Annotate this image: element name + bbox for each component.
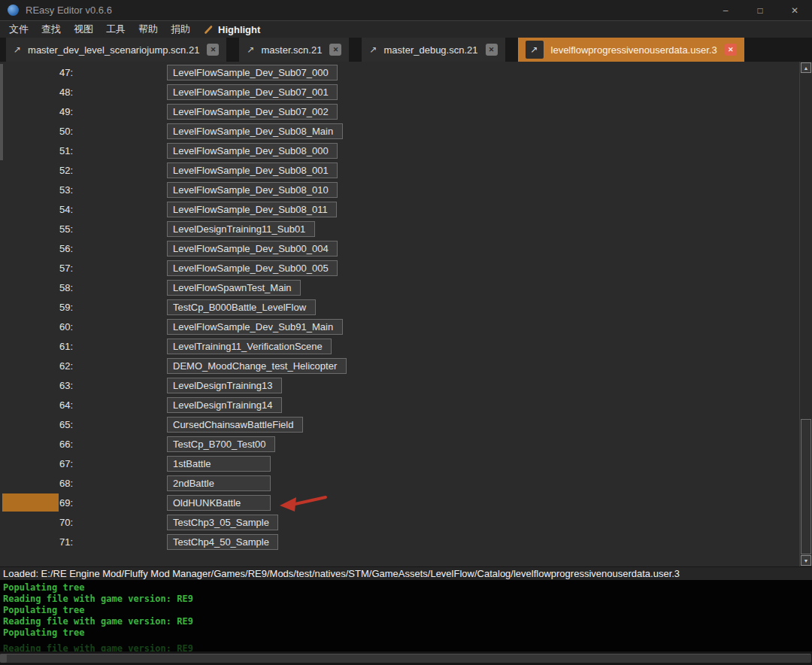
flow-name-input[interactable]	[167, 358, 347, 374]
row-index-label: 58:	[0, 282, 73, 293]
minimize-button[interactable]: –	[708, 0, 743, 20]
flow-name-input[interactable]	[167, 339, 332, 354]
row-index-label: 70:	[0, 517, 73, 528]
horizontal-scrollbar-nub	[0, 654, 7, 663]
tab-label: master.scn.21	[261, 44, 322, 56]
row-index-label: 50:	[0, 126, 73, 137]
menu-item[interactable]: 捐助	[166, 23, 195, 36]
row-index-label: 56:	[0, 243, 73, 254]
tab-bar: ↗ master_dev_level_scenariojump.scn.21 ✕…	[0, 38, 812, 62]
flow-name-input[interactable]	[167, 241, 338, 257]
flow-name-input[interactable]	[167, 162, 338, 178]
scroll-down-button[interactable]: ▼	[801, 555, 811, 566]
list-row: 62:	[0, 356, 799, 375]
tab-close-icon[interactable]: ✕	[486, 44, 498, 56]
list-row: 63:	[0, 375, 799, 395]
maximize-button[interactable]: □	[743, 0, 777, 20]
close-button[interactable]: ✕	[777, 0, 812, 20]
open-external-icon: ↗	[14, 45, 21, 54]
row-index-label: 67:	[0, 458, 73, 469]
console-line: Reading file with game version: RE9	[3, 594, 809, 605]
selection-highlight	[2, 493, 59, 512]
flow-list: 47: 48: 49: 50: 51: 52: 53: 54: 55: 56:	[0, 62, 799, 551]
menu-items: 文件查找视图工具帮助捐助	[5, 23, 198, 36]
tab-close-icon[interactable]: ✕	[207, 44, 219, 56]
row-index-label: 66:	[0, 439, 73, 450]
flow-name-input[interactable]	[167, 436, 275, 452]
flow-name-input[interactable]	[167, 378, 282, 393]
list-row: 67:	[0, 454, 799, 473]
flow-name-input[interactable]	[167, 534, 278, 550]
row-index-label: 54:	[0, 204, 73, 215]
list-row: 66:	[0, 434, 799, 454]
flow-name-input[interactable]	[167, 515, 278, 530]
flow-name-input[interactable]	[167, 221, 315, 237]
list-row: 49:	[0, 102, 799, 121]
loaded-path-text: Loaded: E:/RE Engine Mod/Fluffy Mod Mana…	[3, 568, 680, 579]
list-row: 53:	[0, 180, 799, 199]
tab[interactable]: ↗ master_debug.scn.21 ✕	[362, 38, 504, 62]
flow-name-input[interactable]	[167, 475, 271, 491]
content-area: 47: 48: 49: 50: 51: 52: 53: 54: 55: 56:	[0, 62, 812, 566]
flow-name-input[interactable]	[167, 319, 343, 335]
app-icon	[8, 5, 19, 16]
row-index-label: 62:	[0, 360, 73, 372]
row-index-label: 53:	[0, 184, 73, 196]
app-window: REasy Editor v0.6.6 – □ ✕ 文件查找视图工具帮助捐助 H…	[0, 0, 812, 665]
flow-name-input[interactable]	[167, 143, 338, 159]
tab-close-icon[interactable]: ✕	[329, 44, 341, 56]
list-row: 61:	[0, 336, 799, 356]
flow-name-input[interactable]	[167, 456, 271, 472]
tab-close-icon[interactable]: ✕	[725, 44, 737, 56]
console-line: Reading file with game version: RE9	[3, 616, 809, 627]
horizontal-scrollbar[interactable]	[0, 654, 811, 663]
flow-name-input[interactable]	[167, 299, 316, 315]
row-index-label: 65:	[0, 419, 73, 430]
vertical-scrollbar[interactable]: ▲ ▼	[799, 62, 812, 566]
row-index-label: 55:	[0, 223, 73, 235]
row-index-label: 71:	[0, 536, 73, 548]
flow-name-input[interactable]	[167, 182, 338, 198]
title-bar: REasy Editor v0.6.6 – □ ✕	[0, 0, 812, 20]
console-line: Populating tree	[3, 627, 809, 639]
list-row: 69:	[0, 493, 799, 512]
flow-name-input[interactable]	[167, 65, 338, 80]
list-row: 71:	[0, 532, 799, 551]
menu-item[interactable]: 视图	[69, 23, 98, 36]
menu-item[interactable]: 查找	[37, 23, 65, 36]
scrollbar-thumb[interactable]	[801, 419, 811, 554]
menu-item[interactable]: 文件	[5, 23, 33, 36]
flow-name-input[interactable]	[167, 260, 338, 276]
flow-name-input[interactable]	[167, 397, 282, 413]
tab-label: master_dev_level_scenariojump.scn.21	[28, 44, 199, 56]
flow-name-input[interactable]	[167, 123, 343, 139]
flow-name-input[interactable]	[167, 495, 271, 511]
row-index-label: 60:	[0, 321, 73, 332]
list-row: 70:	[0, 512, 799, 532]
row-index-label: 57:	[0, 263, 73, 274]
list-row: 50:	[0, 121, 799, 141]
tab[interactable]: ↗ levelflowprogressivenouserdata.user.3 …	[518, 38, 744, 62]
open-external-icon: ↗	[369, 45, 377, 54]
console-lines: Populating treeReading file with game ve…	[3, 582, 809, 639]
open-external-icon: ↗	[247, 45, 254, 54]
tab[interactable]: ↗ master_dev_level_scenariojump.scn.21 ✕	[6, 38, 226, 62]
flow-name-input[interactable]	[167, 417, 303, 433]
flow-name-input[interactable]	[167, 202, 337, 217]
menu-item[interactable]: 帮助	[134, 23, 162, 36]
flow-name-input[interactable]	[167, 84, 338, 100]
list-row: 57:	[0, 258, 799, 278]
list-row: 59:	[0, 297, 799, 317]
menu-item-highlight[interactable]: Highlight	[204, 24, 260, 35]
row-index-label: 64:	[0, 399, 73, 411]
row-index-label: 59:	[0, 302, 73, 313]
list-row: 64:	[0, 395, 799, 414]
scroll-up-button[interactable]: ▲	[801, 62, 811, 73]
flow-name-input[interactable]	[167, 104, 338, 120]
list-row: 47:	[0, 62, 799, 82]
tab[interactable]: ↗ master.scn.21 ✕	[239, 38, 349, 62]
row-index-label: 49:	[0, 106, 73, 117]
menu-item[interactable]: 工具	[102, 23, 130, 36]
flow-name-input[interactable]	[167, 280, 301, 296]
row-index-label: 68:	[0, 478, 73, 489]
